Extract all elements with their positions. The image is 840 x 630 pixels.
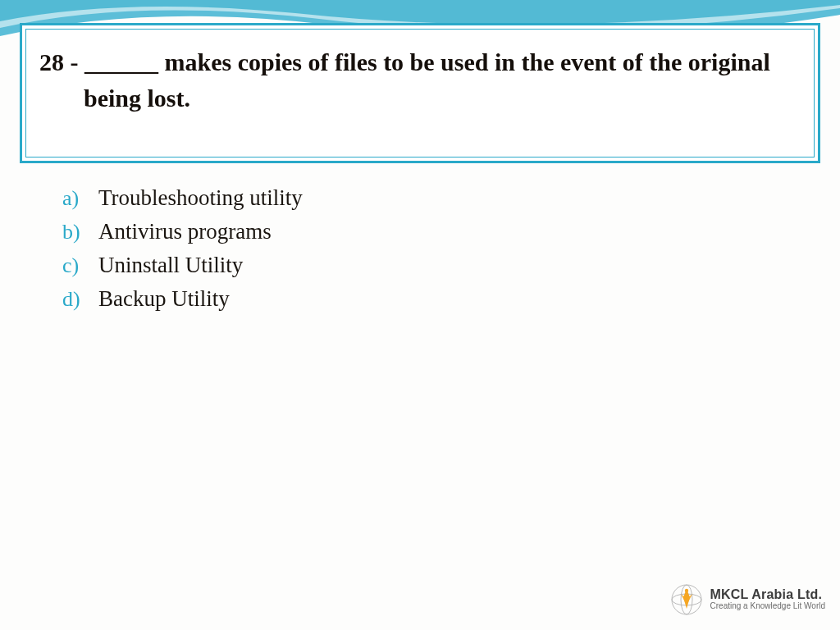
option-d: d) Backup Utility: [62, 286, 303, 312]
option-letter: d): [62, 287, 98, 312]
question-number: 28 -: [39, 48, 79, 75]
logo-icon: [669, 582, 704, 617]
options-list: a) Troubleshooting utility b) Antivirus …: [62, 185, 303, 320]
question-container: 28 - ______ makes copies of files to be …: [20, 23, 820, 163]
brand-title: MKCL Arabia Ltd.: [710, 588, 825, 602]
option-b: b) Antivirus programs: [62, 219, 303, 244]
option-a: a) Troubleshooting utility: [62, 185, 303, 211]
option-letter: a): [62, 186, 98, 211]
option-text: Uninstall Utility: [98, 253, 243, 278]
option-letter: b): [62, 220, 98, 244]
question-text: ______ makes copies of files to be used …: [84, 48, 770, 112]
option-text: Antivirus programs: [98, 219, 272, 244]
question-inner: 28 - ______ makes copies of files to be …: [25, 29, 815, 158]
option-letter: c): [62, 253, 98, 278]
brand-tagline: Creating a Knowledge Lit World: [710, 602, 825, 611]
svg-point-3: [684, 589, 687, 592]
option-text: Troubleshooting utility: [98, 185, 303, 211]
option-text: Backup Utility: [98, 286, 230, 312]
brand-logo: MKCL Arabia Ltd. Creating a Knowledge Li…: [669, 582, 825, 617]
option-c: c) Uninstall Utility: [62, 253, 303, 278]
